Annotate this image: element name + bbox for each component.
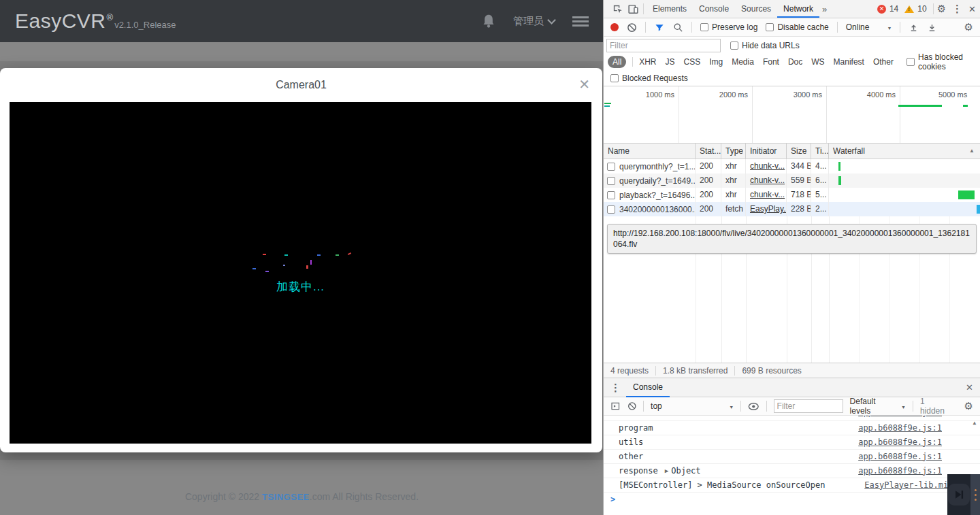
tab-elements[interactable]: Elements	[647, 0, 693, 18]
warning-icon[interactable]	[904, 5, 914, 13]
initiator-link[interactable]: EasyPlay...	[750, 204, 787, 214]
import-har-icon[interactable]	[909, 22, 919, 33]
user-menu[interactable]: 管理员	[513, 15, 555, 28]
col-waterfall[interactable]: Waterfall	[829, 144, 980, 159]
overview-bar	[898, 105, 942, 107]
tab-sources[interactable]: Sources	[735, 0, 777, 18]
tick-label: 3000 ms	[754, 90, 822, 99]
row-checkbox[interactable]	[607, 163, 615, 171]
checkbox[interactable]	[906, 58, 915, 66]
checkbox[interactable]	[766, 23, 774, 31]
console-filter-input[interactable]	[774, 399, 843, 413]
object-preview[interactable]: Object	[671, 465, 700, 478]
log-levels-select[interactable]: Default levels	[850, 397, 906, 416]
chip-css[interactable]: CSS	[684, 57, 701, 67]
overview-bar	[604, 103, 611, 104]
chip-js[interactable]: JS	[665, 57, 674, 67]
network-settings-icon[interactable]	[964, 21, 973, 33]
chip-manifest[interactable]: Manifest	[834, 57, 864, 67]
initiator-link[interactable]: chunk-v...	[750, 190, 785, 199]
close-icon[interactable]	[578, 76, 590, 93]
checkbox[interactable]	[610, 74, 619, 82]
error-icon[interactable]	[877, 5, 886, 14]
col-time[interactable]: Ti...	[811, 144, 829, 159]
chip-img[interactable]: Img	[709, 57, 723, 67]
row-checkbox[interactable]	[607, 205, 615, 214]
source-link[interactable]: app.b6088f9e.js:1	[858, 465, 942, 478]
console-prompt[interactable]: >	[604, 493, 980, 506]
console-settings-icon[interactable]	[964, 400, 973, 412]
request-row[interactable]: playback?_t=16496... 200 xhr chunk-v... …	[604, 188, 980, 202]
video-player[interactable]: 加载中...	[10, 102, 591, 444]
more-tabs-icon[interactable]: »	[819, 4, 830, 14]
chip-ws[interactable]: WS	[811, 57, 824, 67]
close-devtools-icon[interactable]	[968, 4, 976, 14]
tab-network[interactable]: Network	[777, 0, 819, 18]
chip-all[interactable]: All	[608, 56, 626, 68]
initiator-link[interactable]: chunk-v...	[750, 161, 785, 171]
expand-triangle-icon[interactable]	[665, 465, 668, 478]
live-expression-eye-icon[interactable]	[748, 402, 759, 411]
col-initiator[interactable]: Initiator	[746, 144, 787, 159]
notification-bell-icon[interactable]	[482, 14, 495, 29]
row-checkbox[interactable]	[607, 177, 615, 185]
blocked-requests-checkbox[interactable]: Blocked Requests	[610, 73, 688, 83]
spinner-artifact	[348, 252, 351, 255]
chip-media[interactable]: Media	[732, 57, 754, 67]
source-link[interactable]: app.b6088f9e.js:1	[858, 450, 942, 463]
filter-funnel-icon[interactable]	[654, 22, 665, 33]
request-row[interactable]: querydaily?_t=1649... 200 xhr chunk-v...…	[604, 173, 980, 188]
source-link[interactable]: app.b6088f9e.js:1	[858, 436, 942, 449]
extension-overlay[interactable]	[947, 474, 980, 515]
overlay-menu-dots-icon[interactable]	[970, 474, 980, 515]
hide-data-urls-checkbox[interactable]: Hide data URLs	[730, 41, 800, 50]
col-type[interactable]: Type	[721, 144, 746, 159]
tab-console[interactable]: Console	[693, 0, 735, 18]
network-filter-input[interactable]	[606, 39, 721, 52]
console-sidebar-icon[interactable]	[610, 401, 621, 411]
col-name[interactable]: Name	[604, 144, 696, 159]
inspect-element-icon[interactable]	[612, 3, 623, 15]
devtools-menu-icon[interactable]	[952, 3, 962, 15]
chip-other[interactable]: Other	[873, 57, 894, 67]
network-overview-timeline[interactable]: 1000 ms 2000 ms 3000 ms 4000 ms 5000 ms	[604, 86, 980, 144]
col-status[interactable]: Stat...	[696, 144, 721, 159]
request-row-hovered[interactable]: 3402000000136000... 200 fetch EasyPlay..…	[604, 202, 980, 216]
search-icon[interactable]	[673, 22, 683, 33]
request-row[interactable]: querymonthly?_t=1... 200 xhr chunk-v... …	[604, 159, 980, 173]
record-button[interactable]	[610, 23, 619, 31]
chip-font[interactable]: Font	[763, 57, 779, 67]
clear-console-icon[interactable]	[627, 401, 637, 411]
col-size[interactable]: Size	[787, 144, 811, 159]
close-drawer-icon[interactable]	[966, 382, 973, 393]
scroll-up-icon[interactable]	[970, 420, 979, 426]
request-time: 6...	[811, 173, 829, 188]
preserve-log-checkbox[interactable]: Preserve log	[700, 22, 757, 32]
source-link[interactable]: app.b6088f9e.js:1	[858, 422, 942, 435]
throttling-select[interactable]: Online	[846, 22, 892, 32]
divider	[645, 22, 646, 33]
tick-label: 2000 ms	[680, 90, 748, 99]
device-toolbar-icon[interactable]	[627, 3, 639, 15]
checkbox[interactable]	[730, 41, 738, 50]
row-checkbox[interactable]	[607, 191, 615, 199]
checkbox[interactable]	[700, 23, 708, 31]
execution-context-select[interactable]: top	[651, 401, 734, 411]
has-blocked-cookies-checkbox[interactable]: Has blocked cookies	[906, 52, 976, 71]
error-count[interactable]: 14	[889, 4, 898, 14]
request-status: 200	[696, 202, 721, 216]
disable-cache-checkbox[interactable]: Disable cache	[766, 22, 828, 32]
request-size: 228 B	[787, 202, 811, 216]
warning-count[interactable]: 10	[917, 4, 926, 14]
hamburger-menu-icon[interactable]	[572, 16, 589, 27]
drawer-menu-icon[interactable]	[610, 382, 621, 394]
settings-gear-icon[interactable]	[937, 3, 946, 15]
chip-xhr[interactable]: XHR	[639, 57, 656, 67]
export-har-icon[interactable]	[927, 22, 937, 33]
drawer-tab-console[interactable]: Console	[626, 378, 670, 397]
chip-doc[interactable]: Doc	[788, 57, 802, 67]
source-link[interactable]: app.b6088f9e.js:1	[858, 416, 942, 417]
initiator-link[interactable]: chunk-v...	[750, 176, 785, 185]
player-extension-icon[interactable]	[947, 474, 970, 515]
clear-network-icon[interactable]	[627, 22, 637, 33]
